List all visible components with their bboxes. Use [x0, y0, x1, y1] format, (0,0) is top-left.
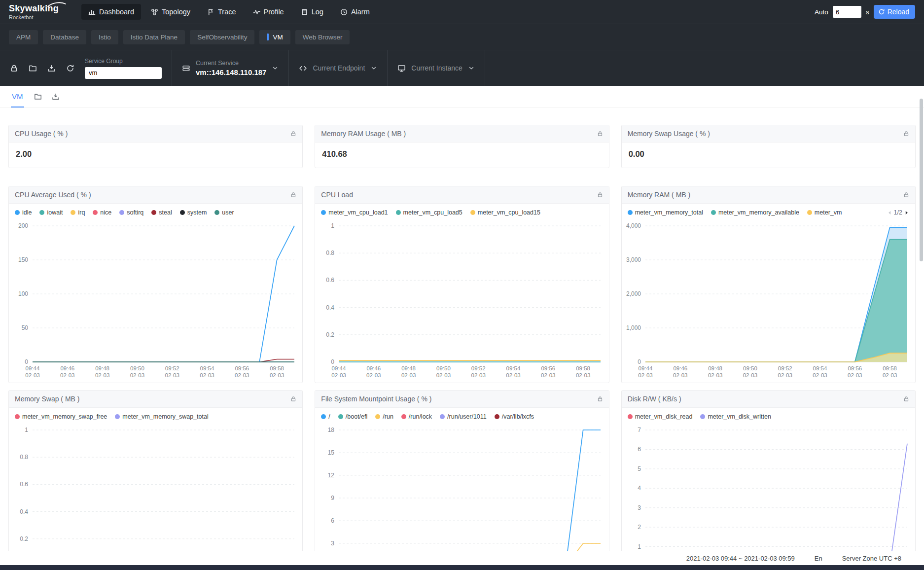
layer-tab-web-browser[interactable]: Web Browser [295, 30, 350, 44]
svg-text:02-03: 02-03 [673, 372, 687, 378]
legend-item-var-lib-lxcfs[interactable]: /var/lib/lxcfs [495, 413, 534, 420]
svg-text:09:56: 09:56 [541, 365, 556, 371]
refresh-icon [66, 64, 74, 72]
legend-label: irq [78, 209, 85, 216]
svg-text:4: 4 [638, 485, 641, 492]
svg-text:12: 12 [328, 472, 335, 479]
lock-icon[interactable] [290, 396, 296, 402]
legend-item-nice[interactable]: nice [93, 209, 111, 216]
legend-next-icon[interactable] [904, 210, 909, 215]
lock-icon[interactable] [903, 396, 909, 402]
refresh-button[interactable] [62, 60, 78, 76]
legend-item-boot-efi[interactable]: /boot/efi [338, 413, 367, 420]
nav-item-label: Profile [264, 8, 284, 16]
legend-item-meter-vm[interactable]: meter_vm [807, 209, 842, 216]
nav-item-log[interactable]: Log [294, 4, 330, 20]
svg-text:02-03: 02-03 [270, 372, 284, 378]
lock-button[interactable] [6, 60, 22, 76]
topo-icon [151, 8, 158, 16]
view-tab-vm[interactable]: VM [11, 86, 24, 107]
legend-item-run-user-1011[interactable]: /run/user/1011 [440, 413, 487, 420]
chevron-down-icon [370, 65, 377, 71]
auto-interval-input[interactable] [833, 6, 861, 18]
svg-text:3: 3 [638, 504, 641, 511]
lock-icon[interactable] [597, 192, 603, 198]
lock-icon[interactable] [903, 192, 909, 198]
scrollbar-thumb[interactable] [920, 99, 923, 261]
legend-item-iowait[interactable]: iowait [39, 209, 63, 216]
svg-text:09:50: 09:50 [436, 365, 451, 371]
layer-tab-apm[interactable]: APM [9, 30, 38, 44]
folder-icon[interactable] [34, 93, 42, 101]
svg-text:02-03: 02-03 [130, 372, 144, 378]
layer-tab-istio[interactable]: Istio [91, 30, 118, 44]
time-range-picker[interactable]: 2021-02-03 09:44 ~ 2021-02-03 09:59 [686, 555, 795, 562]
legend-item-softirq[interactable]: softirq [119, 209, 143, 216]
legend-label: meter_vm_cpu_load1 [328, 209, 388, 216]
import-template-button[interactable] [25, 60, 40, 76]
legend-item-meter-vm-disk-written[interactable]: meter_vm_disk_written [700, 413, 771, 420]
export-template-button[interactable] [43, 60, 59, 76]
lock-icon[interactable] [903, 131, 909, 137]
nav-item-dashboard[interactable]: Dashboard [81, 4, 141, 20]
current-instance-select[interactable]: Current Instance [387, 50, 485, 86]
card-header: CPU Usage ( % ) [9, 125, 302, 142]
reload-button[interactable]: Reload [874, 5, 915, 19]
legend-item-meter-vm-memory-total[interactable]: meter_vm_memory_total [628, 209, 703, 216]
nav-item-trace[interactable]: Trace [200, 4, 243, 20]
footer-bar: 2021-02-03 09:44 ~ 2021-02-03 09:59 En S… [0, 551, 924, 565]
legend-item-idle[interactable]: idle [15, 209, 32, 216]
legend-item-meter-vm-memory-swap-free[interactable]: meter_vm_memory_swap_free [15, 413, 107, 420]
current-endpoint-select[interactable]: Current Endpoint [288, 50, 387, 86]
svg-text:02-03: 02-03 [366, 372, 381, 378]
legend-item-meter-vm-cpu-load1[interactable]: meter_vm_cpu_load1 [321, 209, 388, 216]
svg-text:09:46: 09:46 [367, 365, 381, 371]
svg-text:09:52: 09:52 [471, 365, 486, 371]
legend-prev-icon[interactable] [887, 210, 892, 215]
chart-legend: idle iowait irq nice softirq steal syste… [9, 204, 302, 216]
legend-item-meter-vm-cpu-load15[interactable]: meter_vm_cpu_load15 [470, 209, 540, 216]
legend-item-meter-vm-disk-read[interactable]: meter_vm_disk_read [628, 413, 693, 420]
legend-item-irq[interactable]: irq [71, 209, 85, 216]
legend-item-meter-vm-cpu-load5[interactable]: meter_vm_cpu_load5 [396, 209, 462, 216]
legend-label: softirq [127, 209, 143, 216]
lock-icon[interactable] [290, 131, 296, 137]
nav-item-alarm[interactable]: Alarm [333, 4, 377, 20]
legend-item-run-lock[interactable]: /run/lock [401, 413, 432, 420]
svg-text:09:52: 09:52 [165, 365, 179, 371]
app-logo[interactable]: Skywalking Rocketbot [9, 4, 59, 20]
legend-label: /run/lock [409, 413, 432, 420]
layer-tab-istio-data-plane[interactable]: Istio Data Plane [123, 30, 185, 44]
auto-label: Auto [815, 8, 828, 16]
nav-item-profile[interactable]: Profile [246, 4, 291, 20]
card-header: Disk R/W ( KB/s ) [622, 391, 915, 408]
legend-item-system[interactable]: system [180, 209, 207, 216]
svg-text:2: 2 [638, 524, 641, 531]
layer-tab-label: VM [273, 34, 283, 41]
language-toggle[interactable]: En [815, 555, 822, 562]
legend-label: steal [159, 209, 172, 216]
lock-icon[interactable] [597, 396, 603, 402]
service-group-input[interactable] [85, 67, 162, 79]
current-service-select[interactable]: Current Service vm::146.148.110.187 [172, 50, 288, 86]
lock-icon[interactable] [290, 192, 296, 198]
legend-item-meter-vm-memory-available[interactable]: meter_vm_memory_available [711, 209, 799, 216]
dashboard-content: CPU Usage ( % ) 2.00 Memory RAM Usage ( … [0, 108, 924, 570]
lock-icon[interactable] [597, 131, 603, 137]
download-tray-icon[interactable] [52, 93, 60, 101]
layer-tab-database[interactable]: Database [43, 30, 86, 44]
legend-item-steal[interactable]: steal [151, 209, 172, 216]
svg-text:18: 18 [328, 427, 335, 433]
legend-item-run[interactable]: /run [375, 413, 393, 420]
legend-item-root[interactable]: / [321, 413, 330, 420]
legend-item-user[interactable]: user [214, 209, 234, 216]
nav-item-topology[interactable]: Topology [144, 4, 197, 20]
card-header: Memory RAM Usage ( MB ) [315, 125, 608, 142]
svg-text:50: 50 [22, 324, 29, 331]
legend-item-meter-vm-memory-swap-total[interactable]: meter_vm_memory_swap_total [115, 413, 208, 420]
svg-text:1: 1 [638, 543, 641, 550]
layer-tab-selfobservability[interactable]: SelfObservability [190, 30, 254, 44]
card-title: CPU Usage ( % ) [15, 130, 68, 138]
legend-dot [401, 414, 406, 419]
layer-tab-vm[interactable]: VM [259, 30, 290, 44]
